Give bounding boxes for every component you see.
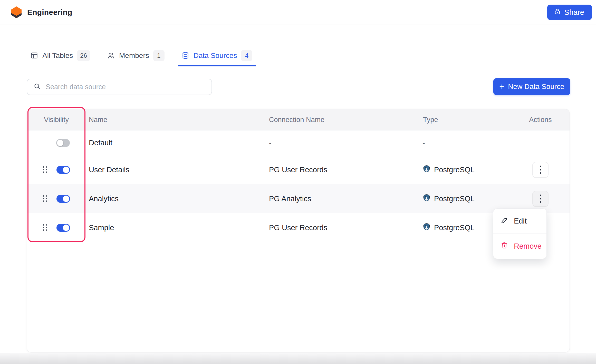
visibility-toggle-on[interactable] (56, 166, 70, 174)
postgresql-icon (422, 165, 430, 175)
type-cell: PostgreSQL (420, 165, 511, 175)
table-icon (30, 52, 38, 59)
tab-members[interactable]: Members 1 (103, 45, 168, 66)
postgresql-icon (422, 194, 430, 204)
trash-icon (501, 241, 508, 251)
connection-cell: PG User Records (266, 224, 420, 232)
connection-cell: PG User Records (266, 166, 420, 174)
tab-label: Members (119, 52, 149, 60)
tab-data-sources[interactable]: Data Sources 4 (178, 45, 256, 66)
new-data-source-button[interactable]: + New Data Source (493, 78, 570, 95)
column-header-actions: Actions (511, 116, 570, 124)
tab-count-badge: 26 (77, 50, 90, 61)
menu-item-edit[interactable]: Edit (493, 209, 546, 234)
share-button-label: Share (564, 8, 584, 17)
visibility-cell (27, 184, 86, 213)
row-actions-context-menu: Edit Remove (493, 208, 547, 259)
pencil-icon (501, 216, 508, 226)
column-header-type: Type (420, 116, 511, 124)
visibility-toggle-on[interactable] (56, 195, 70, 203)
tab-bar: All Tables 26 Members 1 (27, 45, 570, 66)
table-row-default: Default - - (27, 130, 570, 155)
row-actions-kebab-button[interactable] (532, 162, 549, 178)
column-header-visibility: Visibility (27, 116, 86, 124)
data-sources-table: Visibility Name Connection Name Type Act… (27, 109, 570, 352)
visibility-cell (27, 130, 86, 155)
tab-count-badge: 4 (241, 50, 252, 61)
tab-all-tables[interactable]: All Tables 26 (27, 45, 94, 66)
tab-count-badge: 1 (153, 50, 165, 61)
drag-handle-icon[interactable] (43, 224, 47, 231)
row-actions-kebab-button-open[interactable] (532, 191, 549, 207)
table-row-user-details: User Details PG User Records PostgreSQL (27, 155, 570, 184)
workspace-title: Engineering (27, 8, 72, 17)
name-cell: Default (86, 139, 266, 147)
search-input[interactable] (46, 83, 207, 91)
drag-handle-icon[interactable] (43, 166, 47, 173)
drag-handle-icon[interactable] (43, 195, 47, 202)
members-icon (107, 52, 115, 59)
connection-cell: - (266, 139, 420, 147)
name-cell: User Details (86, 166, 266, 174)
search-icon (33, 83, 41, 91)
search-box (27, 79, 212, 95)
menu-item-label: Remove (514, 242, 542, 250)
column-header-connection-name: Connection Name (266, 116, 420, 124)
workspace-brand: Engineering (11, 6, 72, 18)
table-header-row: Visibility Name Connection Name Type Act… (27, 109, 570, 130)
workspace-logo-icon (11, 6, 22, 18)
name-cell: Analytics (86, 195, 266, 203)
lock-icon (554, 8, 561, 17)
tab-label: All Tables (42, 52, 73, 60)
new-data-source-label: New Data Source (508, 83, 564, 91)
postgresql-icon (422, 223, 430, 232)
share-button[interactable]: Share (547, 5, 592, 20)
name-cell: Sample (86, 224, 266, 232)
visibility-cell (27, 155, 86, 184)
page: Engineering Share All Tables 26 (0, 0, 596, 364)
visibility-cell (27, 213, 86, 242)
plus-icon: + (499, 82, 504, 91)
type-cell: PostgreSQL (420, 194, 511, 204)
table-row-analytics: Analytics PG Analytics PostgreSQL (27, 184, 570, 213)
menu-item-remove[interactable]: Remove (493, 234, 546, 259)
tab-label: Data Sources (194, 52, 237, 60)
type-cell: - (420, 139, 511, 147)
database-icon (181, 52, 189, 59)
page-bottom-gradient (0, 353, 596, 364)
visibility-toggle-on[interactable] (56, 224, 70, 232)
table-row-sample: Sample PG User Records PostgreSQL (27, 213, 570, 242)
connection-cell: PG Analytics (266, 195, 420, 203)
top-bar: Engineering Share (0, 0, 596, 25)
visibility-toggle-off[interactable] (56, 139, 70, 147)
menu-item-label: Edit (514, 217, 527, 225)
column-header-name: Name (86, 116, 266, 124)
